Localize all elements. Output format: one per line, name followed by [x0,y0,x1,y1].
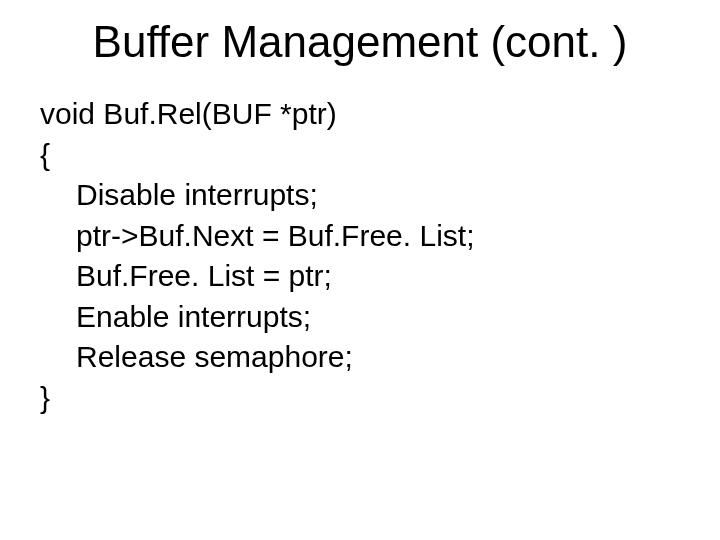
code-line: void Buf.Rel(BUF *ptr) [40,94,680,135]
code-line: Buf.Free. List = ptr; [40,256,680,297]
code-text: Release semaphore; [40,337,353,378]
code-text: Enable interrupts; [40,297,311,338]
code-block: void Buf.Rel(BUF *ptr) { Disable interru… [40,94,680,418]
code-text: ptr->Buf.Next = Buf.Free. List; [40,216,475,257]
code-line: { [40,135,680,176]
code-line: Release semaphore; [40,337,680,378]
code-line: } [40,378,680,419]
code-text: Disable interrupts; [40,175,318,216]
slide: Buffer Management (cont. ) void Buf.Rel(… [0,0,720,540]
code-line: ptr->Buf.Next = Buf.Free. List; [40,216,680,257]
code-line: Enable interrupts; [40,297,680,338]
code-line: Disable interrupts; [40,175,680,216]
slide-title: Buffer Management (cont. ) [40,18,680,66]
code-text: Buf.Free. List = ptr; [40,256,332,297]
